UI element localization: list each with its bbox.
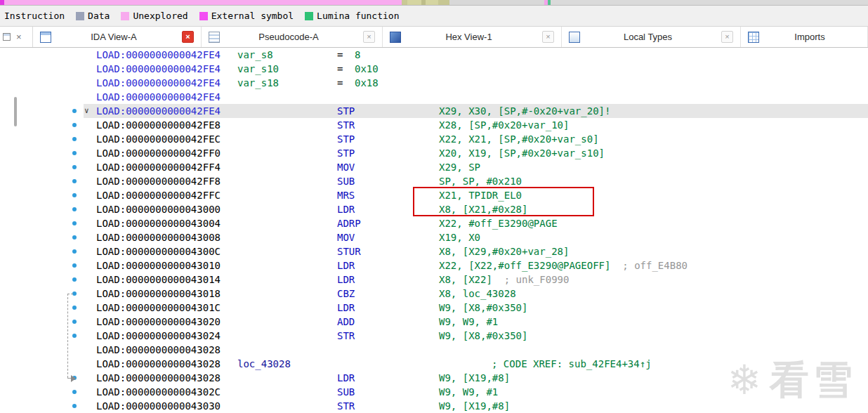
jump-arrow-source (67, 294, 73, 294)
tab-local-types[interactable]: Local Types× (562, 27, 741, 47)
navband-segment[interactable] (438, 0, 449, 5)
operand-group: X20, X19, [SP,#0x20+var_s10] (439, 146, 605, 160)
operands: X8, [X29,#0x20+var_28] (439, 246, 569, 257)
location-label: loc_43028 (237, 357, 291, 371)
variable-value: 0x18 (355, 76, 379, 90)
operand-group: W9, [X19,#8] (439, 371, 510, 385)
nav-dot-icon (72, 179, 77, 183)
tab-label: Imports (759, 32, 860, 42)
operand-group: X8, [X22] ; unk_F0990 (439, 273, 569, 287)
tab-close-button[interactable]: × (182, 31, 194, 43)
listing-line[interactable]: LOAD:0000000000043028 (0, 343, 868, 357)
mnemonic: STR (337, 329, 355, 343)
legend-label: Unexplored (133, 11, 188, 21)
operand-group: X8, [X29,#0x20+var_28] (439, 244, 569, 258)
address: LOAD:0000000000043000 (96, 202, 221, 216)
operand-group: X29, X30, [SP,#-0x20+var_20]! (439, 104, 610, 118)
address: LOAD:0000000000042FE4 (96, 48, 221, 62)
local-types-icon (569, 32, 580, 43)
legend-label: Lumina function (317, 11, 399, 21)
nav-dot-icon (72, 320, 77, 324)
hex-view-icon (390, 32, 401, 43)
tab-close-button[interactable]: × (721, 31, 733, 43)
operands: W9, [X8,#0x350] (439, 330, 527, 341)
address: LOAD:0000000000043014 (96, 273, 221, 287)
operand-group: X22, X21, [SP,#0x20+var_s0] (439, 132, 599, 146)
address: LOAD:0000000000043020 (96, 315, 221, 329)
listing-line[interactable]: LOAD:0000000000042FF0STPX20, X19, [SP,#0… (0, 146, 868, 160)
mnemonic: MOV (337, 160, 355, 174)
listing-line[interactable]: LOAD:0000000000043024STRW9, [X8,#0x350] (0, 329, 868, 343)
navband-segment[interactable] (551, 0, 868, 5)
mnemonic: ADD (337, 315, 355, 329)
listing-line[interactable]: LOAD:0000000000042FE4var_s10=0x10 (0, 62, 868, 76)
legend-item: Data (76, 11, 110, 21)
listing-line[interactable]: LOAD:0000000000043018CBZX8, loc_43028 (0, 287, 868, 301)
nav-dot-icon (72, 207, 77, 211)
mnemonic: ADRP (337, 216, 361, 230)
legend-swatch (305, 12, 313, 20)
address: LOAD:0000000000042FF0 (96, 146, 221, 160)
nav-dot-icon (72, 165, 77, 169)
listing-line[interactable]: LOAD:0000000000043020ADDW9, W9, #1 (0, 315, 868, 329)
scrollbar-thumb[interactable] (14, 97, 17, 126)
address: LOAD:0000000000042FF8 (96, 174, 221, 188)
nav-dot-icon (72, 151, 77, 155)
legend-bar: InstructionDataUnexploredExternal symbol… (0, 6, 868, 27)
listing-line[interactable]: LOAD:0000000000043010LDRX22, [X22,#off_E… (0, 258, 868, 273)
navigation-band[interactable] (0, 0, 868, 6)
tab-label: Local Types (580, 32, 716, 42)
mnemonic: MRS (337, 188, 355, 202)
listing-line[interactable]: LOAD:0000000000042FF4MOVX29, SP (0, 160, 868, 174)
tab-ida-view-a[interactable]: IDA View-A× (33, 27, 202, 47)
navband-segment[interactable] (449, 0, 544, 5)
operands: W9, [X19,#8] (439, 372, 510, 383)
equals-sign: = (337, 62, 343, 76)
imports-icon (748, 32, 759, 43)
red-highlight-box (413, 187, 594, 216)
address: LOAD:0000000000042FFC (96, 188, 221, 202)
address: LOAD:000000000004301C (96, 301, 221, 315)
listing-line[interactable]: LOAD:0000000000043014LDRX8, [X22] ; unk_… (0, 273, 868, 287)
navband-segment[interactable] (402, 0, 407, 5)
listing-line[interactable]: LOAD:0000000000042FE4var_s8=8 (0, 48, 868, 62)
address: LOAD:000000000004300C (96, 244, 221, 258)
kanxue-watermark: ❄ 看雪 (727, 360, 857, 400)
panel-close-button[interactable]: × (16, 32, 22, 42)
tab-close-button[interactable]: × (542, 31, 554, 43)
operand-group: X19, X0 (439, 230, 480, 244)
tab-hex-view-1[interactable]: Hex View-1× (383, 27, 562, 47)
operands: SP, SP, #0x210 (439, 176, 522, 187)
navband-segment[interactable] (4, 0, 402, 5)
navband-segment[interactable] (426, 0, 438, 5)
address: LOAD:0000000000042FE8 (96, 118, 221, 132)
stack-variable: var_s10 (237, 62, 279, 76)
listing-line[interactable]: LOAD:0000000000043004ADRPX22, #off_E3290… (0, 216, 868, 230)
mnemonic: MOV (337, 230, 355, 244)
listing-line[interactable]: LOAD:0000000000042FE4 (0, 90, 868, 104)
listing-line[interactable]: LOAD:0000000000043008MOVX19, X0 (0, 230, 868, 244)
legend-label: Instruction (4, 11, 65, 21)
listing-line[interactable]: LOAD:0000000000042FE8STRX28, [SP,#0x20+v… (0, 118, 868, 132)
tab-pseudocode-a[interactable]: Pseudocode-A× (202, 27, 383, 47)
mnemonic: SUB (337, 174, 355, 188)
listing-line[interactable]: LOAD:0000000000042FECSTPX22, X21, [SP,#0… (0, 132, 868, 146)
mini-panel: × (0, 27, 33, 47)
listing-line[interactable]: LOAD:0000000000042FE4var_s18=0x18 (0, 76, 868, 90)
navband-segment[interactable] (407, 0, 421, 5)
mnemonic: LDR (337, 301, 355, 315)
tab-imports[interactable]: Imports (741, 27, 868, 47)
operands: W9, [X8,#0x350] (439, 302, 527, 313)
operands: X22, X21, [SP,#0x20+var_s0] (439, 133, 599, 145)
operands: X28, [SP,#0x20+var_10] (439, 119, 569, 131)
listing-line[interactable]: LOAD:0000000000042FF8SUBSP, SP, #0x210 (0, 174, 868, 188)
tab-close-button[interactable]: × (363, 31, 375, 43)
xref-comment: ; CODE XREF: sub_42FE4+34↑j (492, 357, 652, 371)
address: LOAD:0000000000042FEC (96, 132, 221, 146)
listing-line[interactable]: ∨LOAD:0000000000042FE4STPX29, X30, [SP,#… (0, 104, 868, 118)
listing-line[interactable]: LOAD:000000000004301CLDRW9, [X8,#0x350] (0, 301, 868, 315)
listing-line[interactable]: LOAD:000000000004300CSTURX8, [X29,#0x20+… (0, 244, 868, 258)
operand-group: W9, [X8,#0x350] (439, 301, 527, 315)
collapse-arrow-icon[interactable]: ∨ (84, 104, 89, 118)
operand-group: X22, #off_E3290@PAGE (439, 216, 558, 230)
